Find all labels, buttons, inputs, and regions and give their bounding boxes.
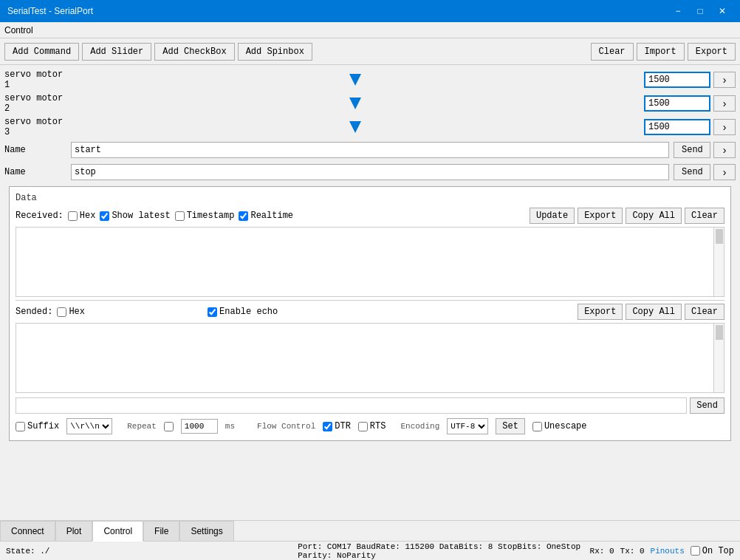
repeat-checkbox-label[interactable]	[164, 422, 174, 431]
received-scrollbar[interactable]	[714, 227, 724, 297]
enable-echo-checkbox-label[interactable]: Enable echo	[208, 307, 278, 317]
on-top-checkbox-label[interactable]: On Top	[691, 546, 734, 556]
name-arrow-2[interactable]: ›	[713, 164, 736, 180]
send-button-2[interactable]: Send	[674, 164, 710, 180]
tab-bar: Connect Plot Control File Settings	[0, 520, 740, 541]
name-input-2[interactable]: stop	[71, 164, 669, 180]
slider-arrow-2[interactable]: ›	[713, 95, 736, 112]
hex2-label: Hex	[69, 307, 85, 317]
sended-scrollbar-thumb	[716, 325, 723, 340]
slider-container-2	[71, 96, 640, 111]
dtr-checkbox[interactable]	[323, 422, 332, 431]
show-latest-checkbox-label[interactable]: Show latest	[100, 211, 170, 221]
repeat-checkbox[interactable]	[164, 422, 174, 431]
enable-echo-checkbox[interactable]	[208, 307, 217, 317]
send-text-input[interactable]	[16, 397, 687, 414]
show-latest-label: Show latest	[112, 211, 170, 221]
encoding-label: Encoding	[400, 422, 439, 431]
clear-received-button[interactable]: Clear	[685, 208, 724, 224]
export-received-button[interactable]: Export	[578, 208, 623, 224]
tab-connect-label: Connect	[11, 526, 44, 536]
name-row-2: Name stop Send ›	[4, 163, 736, 182]
received-label: Received:	[16, 211, 64, 221]
minimize-button[interactable]: −	[668, 4, 688, 18]
slider-label-1: servo motor 1	[4, 69, 71, 90]
export-toolbar-button[interactable]: Export	[688, 43, 736, 61]
realtime-checkbox-label[interactable]: Realtime	[239, 211, 293, 221]
tab-plot[interactable]: Plot	[55, 521, 93, 541]
pinouts-link[interactable]: Pinouts	[651, 547, 685, 556]
slider-input-2[interactable]: 1500	[644, 95, 710, 112]
hex-checkbox[interactable]	[68, 211, 78, 221]
title-bar: SerialTest - SerialPort − □ ✕	[0, 0, 740, 22]
sended-label: Sended:	[16, 307, 52, 317]
status-tx: Tx: 0	[620, 547, 645, 556]
realtime-checkbox[interactable]	[239, 211, 248, 221]
menu-control[interactable]: Control	[4, 25, 33, 35]
slider-input-3[interactable]: 1500	[644, 119, 710, 135]
send-data-button[interactable]: Send	[690, 397, 724, 414]
sended-textarea-wrapper	[16, 323, 724, 393]
unescape-checkbox-label[interactable]: Unescape	[532, 421, 587, 431]
unescape-checkbox[interactable]	[532, 422, 542, 431]
rts-label: RTS	[370, 421, 386, 431]
slider-label-3: servo motor 3	[4, 117, 71, 137]
import-button[interactable]: Import	[637, 43, 685, 61]
update-button[interactable]: Update	[530, 208, 575, 224]
hex2-checkbox[interactable]	[57, 307, 66, 317]
toolbar: Add Command Add Slider Add CheckBox Add …	[0, 38, 740, 65]
copy-all-received-button[interactable]: Copy All	[626, 208, 682, 224]
slider-container-1	[71, 72, 640, 87]
slider-arrow-1[interactable]: ›	[713, 72, 736, 88]
received-textarea[interactable]	[16, 227, 714, 297]
add-slider-button[interactable]: Add Slider	[82, 43, 151, 61]
slider-row-3: servo motor 3 1500 ›	[4, 117, 736, 137]
repeat-value-input[interactable]: 1000	[181, 419, 218, 434]
timestamp-checkbox[interactable]	[175, 211, 185, 221]
tab-settings[interactable]: Settings	[179, 521, 233, 541]
copy-all-sended-button[interactable]: Copy All	[626, 304, 682, 320]
add-spinbox-button[interactable]: Add Spinbox	[238, 43, 312, 61]
slider-input-1[interactable]: 1500	[644, 72, 710, 88]
sended-scrollbar[interactable]	[714, 323, 724, 393]
clear-sended-button[interactable]: Clear	[685, 304, 724, 320]
toolbar-right: Clear Import Export	[591, 43, 736, 61]
enable-echo-label: Enable echo	[219, 307, 278, 317]
slider-1[interactable]	[71, 74, 640, 86]
hex2-checkbox-label[interactable]: Hex	[57, 307, 85, 317]
slider-row-1: servo motor 1 1500 ›	[4, 69, 736, 90]
slider-arrow-3[interactable]: ›	[713, 119, 736, 135]
show-latest-checkbox[interactable]	[100, 211, 109, 221]
on-top-checkbox[interactable]	[691, 546, 700, 556]
rts-checkbox[interactable]	[358, 422, 368, 431]
send-area: Send	[16, 397, 724, 414]
maximize-button[interactable]: □	[690, 4, 710, 18]
dtr-checkbox-label[interactable]: DTR	[323, 421, 351, 431]
tab-connect[interactable]: Connect	[0, 521, 55, 541]
encoding-select[interactable]: UTF-8	[447, 418, 488, 434]
received-actions: Update Export Copy All Clear	[530, 208, 724, 224]
send-button-1[interactable]: Send	[674, 142, 710, 158]
rts-checkbox-label[interactable]: RTS	[358, 421, 386, 431]
timestamp-checkbox-label[interactable]: Timestamp	[175, 211, 235, 221]
export-sended-button[interactable]: Export	[578, 304, 623, 320]
slider-2[interactable]	[71, 98, 640, 109]
name-input-1[interactable]: start	[71, 142, 669, 158]
sended-textarea[interactable]	[16, 323, 714, 393]
add-checkbox-button[interactable]: Add CheckBox	[154, 43, 234, 61]
close-button[interactable]: ✕	[712, 4, 733, 18]
name-arrow-1[interactable]: ›	[713, 142, 736, 158]
status-port-info: Port: COM17 BaudRate: 115200 DataBits: 8…	[298, 542, 589, 560]
hex-checkbox-label[interactable]: Hex	[68, 211, 96, 221]
window-title: SerialTest - SerialPort	[7, 6, 93, 16]
clear-toolbar-button[interactable]: Clear	[591, 43, 634, 61]
tab-file[interactable]: File	[143, 521, 179, 541]
set-button[interactable]: Set	[496, 418, 525, 434]
slider-3[interactable]	[71, 121, 640, 133]
suffix-checkbox-label[interactable]: Suffix	[16, 421, 59, 431]
suffix-select[interactable]: \\r\\n	[66, 418, 112, 434]
suffix-checkbox[interactable]	[16, 422, 25, 431]
add-command-button[interactable]: Add Command	[4, 43, 79, 61]
tab-control[interactable]: Control	[92, 521, 143, 542]
encoding-group: Encoding	[400, 422, 439, 431]
